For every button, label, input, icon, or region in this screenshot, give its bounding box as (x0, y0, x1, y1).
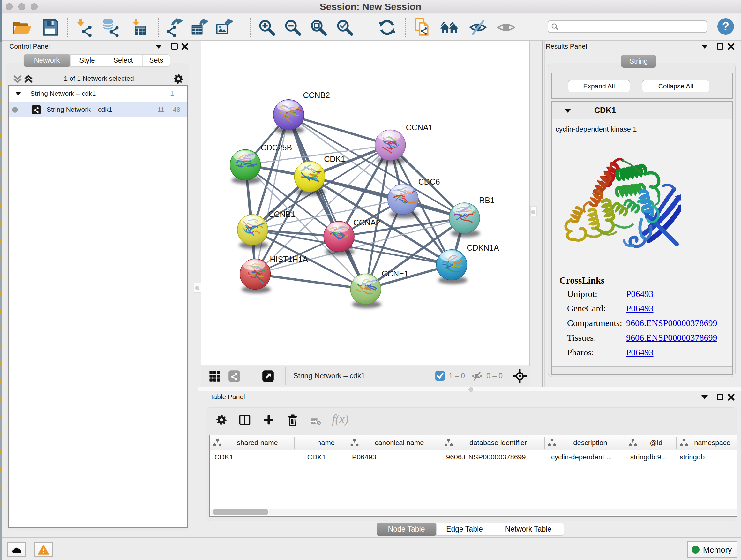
svg-text:CDKN1A: CDKN1A (467, 243, 499, 252)
svg-text:CCNB1: CCNB1 (268, 210, 295, 219)
svg-text:CCNE1: CCNE1 (382, 269, 409, 278)
svg-text:CDK1: CDK1 (324, 154, 345, 164)
svg-text:CCNA1: CCNA1 (406, 123, 433, 132)
svg-text:CCNA2: CCNA2 (353, 218, 381, 227)
svg-text:CDC6: CDC6 (418, 177, 440, 186)
svg-text:HIST1H1A: HIST1H1A (270, 255, 308, 264)
svg-text:CDC25B: CDC25B (261, 143, 292, 152)
svg-text:CCNB2: CCNB2 (303, 91, 330, 100)
svg-text:RB1: RB1 (479, 196, 495, 205)
